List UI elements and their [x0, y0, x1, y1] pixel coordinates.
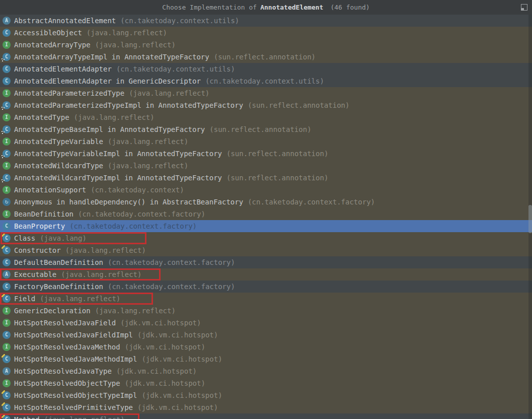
nested-class-icon: C	[3, 101, 11, 109]
interface-icon: I	[3, 137, 11, 146]
package-name: (sun.reflect.annotation)	[226, 150, 328, 158]
class-icon: C	[3, 258, 11, 266]
final-class-icon: C	[3, 355, 11, 363]
package-name: (cn.taketoday.context.factory)	[108, 258, 235, 266]
class-name: AnnotatedTypeBaseImpl in AnnotatedTypeFa…	[14, 125, 205, 133]
package-name: (cn.taketoday.context.utils)	[116, 65, 235, 73]
nested-class-icon: C	[3, 150, 11, 158]
interface-icon: I	[3, 319, 11, 327]
list-item[interactable]: CAnnotatedTypeBaseImpl in AnnotatedTypeF…	[0, 123, 532, 135]
package-name: (java.lang.reflect)	[74, 113, 155, 121]
class-icon: C	[3, 331, 11, 339]
list-item[interactable]: CAnnotatedWildcardTypeImpl in AnnotatedT…	[0, 172, 532, 184]
class-name: HotSpotResolvedJavaMethodImpl	[14, 355, 137, 363]
list-item[interactable]: CHotSpotResolvedJavaFieldImpl(jdk.vm.ci.…	[0, 329, 532, 341]
list-item[interactable]: CAnnotatedElementAdapter in GenericDescr…	[0, 75, 532, 87]
list-item[interactable]: IAnnotatedParameterizedType(java.lang.re…	[0, 87, 532, 99]
class-name: AnnotatedArrayType	[14, 41, 91, 49]
list-item[interactable]: CAccessibleObject(java.lang.reflect)	[0, 27, 532, 39]
final-class-icon: C	[3, 403, 11, 411]
package-name: (jdk.vm.ci.hotspot)	[137, 403, 218, 411]
open-in-window-icon[interactable]	[521, 4, 527, 11]
interface-icon: I	[3, 186, 11, 194]
final-class-icon: C	[3, 246, 11, 254]
class-name: HotSpotResolvedPrimitiveType	[14, 403, 133, 411]
list-item[interactable]: AHotSpotResolvedJavaType(jdk.vm.ci.hotsp…	[0, 365, 532, 377]
list-item[interactable]: ↻Anonymous in handleDependency() in Abst…	[0, 196, 532, 208]
list-item[interactable]: IHotSpotResolvedJavaField(jdk.vm.ci.hots…	[0, 317, 532, 329]
class-name: Class	[14, 234, 35, 242]
title-result-count: (46 found)	[330, 4, 369, 11]
class-name: HotSpotResolvedJavaField	[14, 319, 116, 327]
list-item[interactable]: AAbstractAnnotatedElement(cn.taketoday.c…	[0, 15, 532, 27]
class-name: AnnotationSupport	[14, 186, 86, 194]
list-item[interactable]: IBeanDefinition(cn.taketoday.context.fac…	[0, 208, 532, 220]
package-name: (cn.taketoday.context.factory)	[78, 210, 205, 218]
list-item[interactable]: CHotSpotResolvedJavaMethodImpl(jdk.vm.ci…	[0, 353, 532, 365]
class-name: AnnotatedElementAdapter	[14, 65, 112, 73]
package-name: (cn.taketoday.context)	[91, 186, 184, 194]
title-prefix: Choose Implementation of	[162, 4, 257, 11]
class-name: HotSpotResolvedObjectType	[14, 379, 120, 387]
package-name: (sun.reflect.annotation)	[214, 53, 316, 61]
package-name: (jdk.vm.ci.hotspot)	[116, 367, 197, 375]
package-name: (cn.taketoday.context.utils)	[205, 77, 324, 85]
class-name: AbstractAnnotatedElement	[14, 17, 116, 25]
popup-title-bar: Choose Implementation of AnnotatedElemen…	[0, 0, 532, 15]
list-item[interactable]: IAnnotationSupport(cn.taketoday.context)	[0, 184, 532, 196]
list-item[interactable]: CClass(java.lang)	[0, 232, 532, 244]
final-class-icon: C	[3, 295, 11, 303]
package-name: (jdk.vm.ci.hotspot)	[120, 319, 201, 327]
list-item[interactable]: CField(java.lang.reflect)	[0, 293, 532, 305]
package-name: (sun.reflect.annotation)	[209, 125, 311, 133]
package-name: (java.lang.reflect)	[44, 415, 125, 419]
final-class-icon: C	[3, 415, 11, 419]
class-name: AnnotatedTypeVariableImpl in AnnotatedTy…	[14, 150, 222, 158]
list-item[interactable]: IAnnotatedWildcardType(java.lang.reflect…	[0, 160, 532, 172]
package-name: (cn.taketoday.context.factory)	[248, 198, 375, 206]
list-item[interactable]: IAnnotatedTypeVariable(java.lang.reflect…	[0, 135, 532, 148]
list-item-selected[interactable]: CBeanProperty(cn.taketoday.context.facto…	[0, 220, 532, 232]
list-item[interactable]: CFactoryBeanDefinition(cn.taketoday.cont…	[0, 281, 532, 293]
title-target-class: AnnotatedElement	[260, 4, 323, 11]
class-name: HotSpotResolvedJavaType	[14, 367, 112, 375]
list-item[interactable]: IAnnotatedArrayType(java.lang.reflect)	[0, 39, 532, 51]
list-item[interactable]: IGenericDeclaration(java.lang.reflect)	[0, 305, 532, 317]
class-icon: C	[3, 77, 11, 85]
list-item[interactable]: CAnnotatedTypeVariableImpl in AnnotatedT…	[0, 148, 532, 160]
choose-implementation-popup: Choose Implementation of AnnotatedElemen…	[0, 0, 532, 419]
scrollbar-thumb[interactable]	[528, 205, 532, 233]
class-icon: C	[3, 283, 11, 291]
nested-class-icon: C	[3, 174, 11, 182]
list-item[interactable]: CConstructor(java.lang.reflect)	[0, 244, 532, 256]
interface-icon: I	[3, 343, 11, 351]
interface-icon: I	[3, 113, 11, 121]
class-name: AnnotatedParameterizedTypeImpl in Annota…	[14, 101, 243, 109]
list-item[interactable]: CHotSpotResolvedObjectTypeImpl(jdk.vm.ci…	[0, 389, 532, 401]
class-name: HotSpotResolvedJavaMethod	[14, 343, 120, 351]
anonymous-class-icon: ↻	[3, 198, 11, 206]
list-item[interactable]: CAnnotatedParameterizedTypeImpl in Annot…	[0, 99, 532, 111]
class-name: AccessibleObject	[14, 29, 82, 37]
package-name: (java.lang.reflect)	[108, 137, 188, 146]
class-name: Field	[14, 295, 35, 303]
list-item[interactable]: IHotSpotResolvedJavaMethod(jdk.vm.ci.hot…	[0, 341, 532, 353]
package-name: (java.lang.reflect)	[95, 41, 176, 49]
interface-icon: I	[3, 89, 11, 97]
package-name: (java.lang.reflect)	[95, 307, 176, 315]
list-item[interactable]: CAnnotatedElementAdapter(cn.taketoday.co…	[0, 63, 532, 75]
list-item[interactable]: CHotSpotResolvedPrimitiveType(jdk.vm.ci.…	[0, 401, 532, 413]
nested-class-icon: C	[3, 125, 11, 133]
list-item[interactable]: CDefaultBeanDefinition(cn.taketoday.cont…	[0, 256, 532, 268]
package-name: (java.lang.reflect)	[129, 89, 209, 97]
class-name: AnnotatedParameterizedType	[14, 89, 124, 97]
list-item[interactable]: AExecutable(java.lang.reflect)	[0, 268, 532, 281]
package-name: (jdk.vm.ci.hotspot)	[141, 391, 222, 399]
list-item[interactable]: IAnnotatedType(java.lang.reflect)	[0, 111, 532, 123]
list-item[interactable]: IHotSpotResolvedObjectType(jdk.vm.ci.hot…	[0, 377, 532, 389]
package-name: (sun.reflect.annotation)	[248, 101, 349, 109]
package-name: (java.lang.reflect)	[87, 29, 167, 37]
list-item[interactable]: CAnnotatedArrayTypeImpl in AnnotatedType…	[0, 51, 532, 63]
class-name: AnnotatedWildcardType	[14, 162, 103, 170]
list-item[interactable]: CMethod(java.lang.reflect)	[0, 413, 532, 419]
